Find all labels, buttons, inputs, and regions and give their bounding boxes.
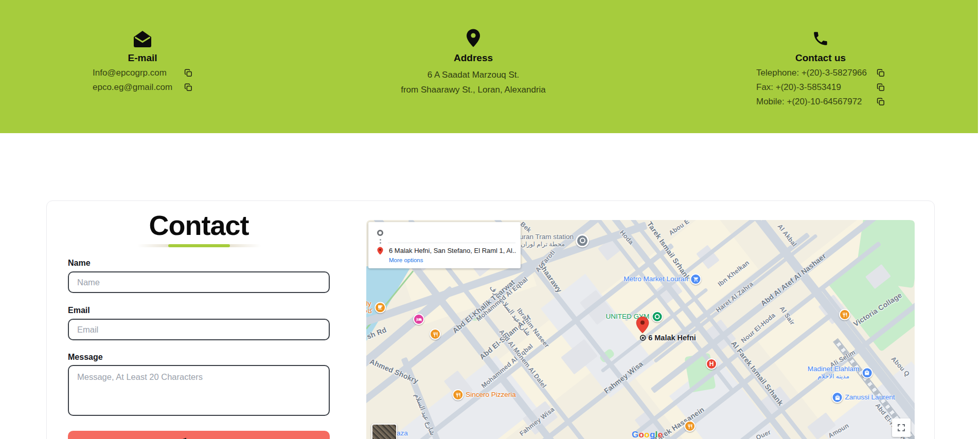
poi[interactable] [684,420,696,432]
google-logo-letter: o [644,430,650,439]
email-title: E-mail [128,52,157,64]
google-logo[interactable]: Google [632,430,663,439]
shopping-cart-icon[interactable] [690,273,702,285]
shopping-bag-icon[interactable] [861,367,872,378]
restaurant-icon[interactable] [839,309,850,320]
fax-value: Fax: +(20)-3-5853419 [756,82,841,93]
poi-label[interactable]: Zanussi Laurent [845,393,895,401]
restaurant-icon[interactable] [452,389,464,400]
copy-button[interactable] [184,69,192,77]
google-logo-letter: g [650,430,655,439]
fax-row: Fax: +(20)-3-5853419 [756,82,885,93]
message-textarea[interactable] [68,365,330,416]
poi[interactable] [413,314,424,325]
card-divider [388,243,515,243]
hospital-icon[interactable]: H [706,358,717,370]
poi[interactable]: ulyكاف [366,300,386,315]
restaurant-icon[interactable] [430,328,441,340]
poi-label[interactable]: Madinet Elahlamمدينه الاحلام [808,365,860,380]
phone-icon [812,29,829,47]
copy-button[interactable] [877,83,885,92]
contact-card: Contact Name Email Message Submit [46,200,935,439]
tram-icon[interactable] [576,234,589,247]
poi-label[interactable]: Sincero Pizzeria [466,391,516,399]
copy-button[interactable] [877,69,885,77]
poi[interactable] [430,328,441,340]
poi[interactable]: 6 Malak Hefni [639,334,696,342]
contact-column: Contact us Telephone: +(20)-3-5827966 Fa… [745,29,896,107]
mobile-value: Mobile: +(20)-10-64567972 [756,97,862,107]
name-input[interactable] [68,271,330,293]
email-rows: Info@epcogrp.com epco.eg@gmail.com [93,67,192,93]
more-options-link[interactable]: More options [389,257,423,263]
location-pin-icon [466,29,480,47]
email-row: epco.eg@gmail.com [93,82,192,93]
google-logo-letter: o [639,430,645,439]
gym-icon[interactable] [651,311,663,322]
origin-circle-icon [377,230,383,236]
destination-marker-icon[interactable] [636,316,649,334]
address-title: Address [454,52,493,64]
street-label: Bek [519,221,533,234]
contact-rows: Telephone: +(20)-3-5827966 Fax: +(20)-3-… [756,67,885,107]
email-value: epco.eg@gmail.com [93,82,172,93]
map[interactable]: 6 Malak Hefni, San Stefano, El Raml 1, A… [366,220,915,439]
poi[interactable]: Sincero Pizzeria [452,389,516,400]
directions-card: 6 Malak Hefni, San Stefano, El Raml 1, A… [368,222,521,268]
copy-icon [184,83,192,92]
mobile-row: Mobile: +(20)-10-64567972 [756,96,885,107]
name-label: Name [68,259,330,268]
hotel-icon[interactable] [413,314,424,325]
destination-text[interactable]: 6 Malak Hefni, San Stefano, El Raml 1, A… [389,247,516,254]
poi-label[interactable]: Metro Market Louran [623,275,688,283]
poi-label[interactable]: ulyكاف [366,300,372,315]
route-dot [380,242,381,244]
poi[interactable]: Madinet Elahlamمدينه الاحلام [808,365,873,380]
poi-label[interactable]: Louran Tram stationمحطة ترام لوران [512,233,574,248]
title-divider [137,244,261,247]
map-canvas: 6 Malak Hefni, San Stefano, El Raml 1, A… [366,220,915,439]
poi[interactable] [636,316,649,334]
submit-button[interactable]: Submit [68,431,330,439]
info-header: E-mail Info@epcogrp.com epco.eg@gmail.co… [0,0,978,133]
copy-icon [877,98,885,106]
poi[interactable]: UNITED GYM [606,311,663,322]
address-column: Address 6 A Saadat Marzouq St. from Shaa… [370,29,576,97]
contact-title: Contact us [795,52,846,64]
destination-pin-icon [377,247,383,255]
copy-icon [184,69,192,77]
poi[interactable]: Zanussi Laurent [832,392,895,403]
fullscreen-button[interactable] [892,418,911,437]
copy-icon [877,69,885,77]
address-line: from Shaarawy St., Loran, Alexandria [401,82,546,97]
email-input[interactable] [68,319,330,340]
address-line: 6 A Saadat Marzouq St. [401,67,546,82]
route-dot [380,239,381,241]
target-icon[interactable] [639,334,646,341]
email-column: E-mail Info@epcogrp.com epco.eg@gmail.co… [60,29,225,93]
cafe-icon[interactable] [375,302,386,313]
email-row: Info@epcogrp.com [93,67,192,79]
restaurant-icon[interactable] [684,420,696,432]
message-label: Message [68,353,330,362]
email-value: Info@epcogrp.com [93,68,167,78]
contact-form: Contact Name Email Message Submit [68,212,330,439]
email-label: Email [68,306,330,315]
poi-label[interactable]: 6 Malak Hefni [648,334,696,342]
satellite-layer-button[interactable] [371,424,397,439]
google-logo-letter: e [658,430,663,439]
shopping-bag-icon[interactable] [832,392,843,403]
copy-button[interactable] [184,83,192,92]
poi[interactable] [839,309,850,320]
phone-row: Telephone: +(20)-3-5827966 [756,67,885,79]
telephone-value: Telephone: +(20)-3-5827966 [756,68,867,78]
poi[interactable]: Metro Market Louran [623,273,701,285]
poi[interactable]: Louran Tram stationمحطة ترام لوران [512,233,589,248]
copy-icon [877,83,885,92]
fullscreen-icon [897,423,906,432]
google-logo-letter: G [632,430,639,439]
copy-button[interactable] [877,98,885,106]
poi[interactable]: H [706,358,717,370]
envelope-icon [133,29,152,47]
page-title: Contact [68,212,330,238]
